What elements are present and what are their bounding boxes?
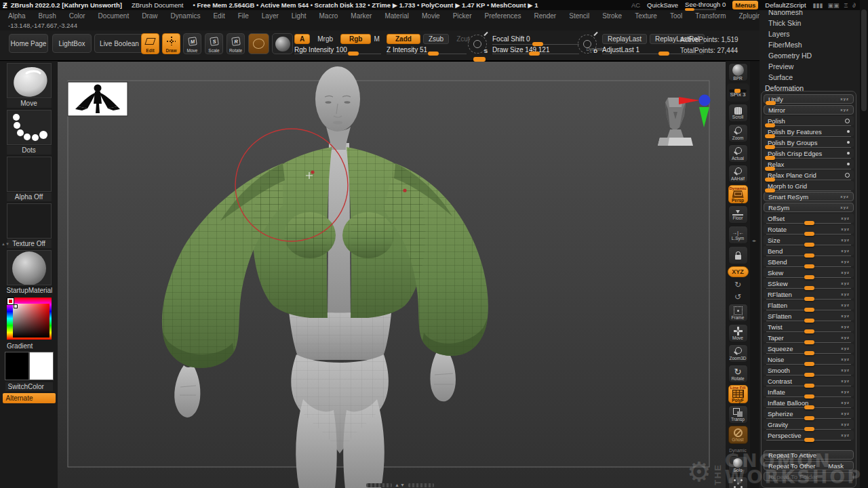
slider-handle[interactable]: [804, 384, 814, 388]
deformation-row[interactable]: Flatten xyz: [764, 300, 854, 310]
draw-size-handle[interactable]: [529, 52, 540, 56]
menu-item[interactable]: Dynamics: [171, 12, 201, 20]
panel-divider[interactable]: ◂▸: [750, 61, 760, 488]
axis-toggle-letters[interactable]: xyz: [841, 249, 850, 253]
scrollbar-thumb[interactable]: [861, 9, 867, 111]
bottom-tray-handle[interactable]: ▲▼: [366, 483, 434, 487]
restore-icon[interactable]: ∂: [852, 2, 855, 9]
axis-toggle-letters[interactable]: xyz: [840, 97, 849, 101]
deformation-row[interactable]: Unify xyz: [764, 94, 854, 104]
rgb-intensity-slider[interactable]: Rgb Intensity 100: [294, 45, 381, 54]
default-zscript-button[interactable]: DefaultZScript: [765, 1, 806, 9]
deformation-row[interactable]: SSkew xyz: [764, 279, 854, 288]
alternate-button[interactable]: Alternate: [3, 393, 56, 403]
deformation-row[interactable]: Relax Plane Grid: [764, 170, 854, 180]
saturation-square[interactable]: [13, 304, 50, 338]
subpalette-item[interactable]: Geometry HD: [760, 50, 860, 61]
axis-toggle-letters[interactable]: xyz: [841, 281, 850, 285]
axis-toggle-letters[interactable]: xyz: [840, 108, 849, 112]
deformation-row[interactable]: Skew xyz: [764, 268, 854, 277]
panels-icon[interactable]: ▣▣: [827, 2, 839, 9]
menu-item[interactable]: Light: [292, 12, 307, 20]
right-shelf-button[interactable]: Dynamic: [728, 446, 748, 454]
axis-toggle-letters[interactable]: xyz: [841, 433, 850, 437]
scale-button[interactable]: S Scale: [205, 33, 223, 54]
slider-handle[interactable]: [804, 264, 814, 268]
slider-handle[interactable]: [804, 340, 814, 344]
axis-toggle-letters[interactable]: xyz: [841, 357, 850, 361]
menu-item[interactable]: Color: [69, 12, 85, 20]
color-picker[interactable]: [7, 298, 52, 340]
deformation-row[interactable]: Polish: [764, 116, 854, 125]
axis-toggle-letters[interactable]: xyz: [841, 292, 850, 296]
axis-toggle-letters[interactable]: xyz: [841, 325, 850, 329]
subpalette-item[interactable]: Preview: [760, 61, 860, 72]
deformation-row[interactable]: Smooth xyz: [764, 365, 854, 375]
axis-toggle-letters[interactable]: xyz: [841, 270, 850, 274]
axis-toggle-letters[interactable]: xyz: [841, 368, 850, 372]
menu-item[interactable]: Render: [534, 12, 556, 20]
axis-toggle-letters[interactable]: xyz: [841, 411, 850, 415]
z-intensity-handle[interactable]: [428, 52, 439, 56]
menu-item[interactable]: Stroke: [602, 12, 622, 20]
slider-handle[interactable]: [804, 362, 814, 366]
current-material-button[interactable]: [272, 33, 293, 54]
right-shelf-button[interactable]: BPR: [728, 63, 748, 81]
replay-last-button[interactable]: ReplayLast: [602, 34, 647, 44]
axis-toggle-letters[interactable]: xyz: [841, 216, 850, 220]
rgb-button[interactable]: Rgb: [340, 34, 371, 44]
axis-toggle-letters[interactable]: xyz: [841, 314, 850, 318]
deformation-row[interactable]: Mirror xyz: [764, 105, 854, 115]
edit-button[interactable]: Edit: [141, 33, 159, 54]
hue-selector[interactable]: [7, 298, 14, 304]
value-selector[interactable]: [14, 304, 18, 308]
axis-toggle-letters[interactable]: xyz: [841, 227, 850, 231]
live-boolean-button[interactable]: Live Boolean: [94, 34, 144, 53]
menu-item[interactable]: Alpha: [8, 12, 26, 20]
mode-toggle-icon[interactable]: [847, 163, 850, 165]
move-button[interactable]: M Move: [183, 33, 201, 54]
rotate-button[interactable]: R Rotate: [226, 33, 245, 54]
axis-toggle-letters[interactable]: xyz: [841, 401, 850, 405]
slider-handle[interactable]: [804, 373, 814, 377]
deformation-row[interactable]: Twist xyz: [764, 322, 854, 331]
m-button[interactable]: M: [374, 35, 379, 43]
focal-shift-slider[interactable]: Focal Shift 0: [492, 33, 579, 45]
mode-toggle-icon[interactable]: [847, 130, 850, 133]
slider-handle[interactable]: [804, 416, 814, 420]
menu-item[interactable]: Material: [384, 12, 409, 20]
right-shelf-button[interactable]: Actual: [728, 144, 748, 163]
deformation-row[interactable]: Offset xyz: [764, 214, 854, 223]
deformation-row[interactable]: Rotate xyz: [764, 224, 854, 234]
right-shelf-button[interactable]: Dynamic Persp: [728, 185, 748, 203]
right-shelf-button[interactable]: SPix 3: [727, 83, 749, 102]
draw-size-slider[interactable]: Draw Size 149.121 Dynamic: [492, 45, 579, 54]
menu-item[interactable]: Preferences: [484, 12, 521, 20]
slider-handle[interactable]: [804, 297, 814, 301]
gradient-label[interactable]: Gradient: [0, 342, 58, 350]
z-intensity-slider[interactable]: Z Intensity 51: [387, 45, 467, 54]
right-shelf-button[interactable]: Rotate: [728, 365, 748, 383]
menu-item[interactable]: Picker: [453, 12, 472, 20]
deformation-row[interactable]: Inflate xyz: [764, 387, 854, 396]
right-shelf-button[interactable]: [728, 279, 748, 289]
mode-toggle-icon[interactable]: [845, 119, 850, 123]
tray-toggle-icon[interactable]: ▮▮▮: [813, 2, 823, 9]
axis-toggle-letters[interactable]: xyz: [841, 260, 850, 264]
material-picker[interactable]: StartupMaterial: [7, 250, 52, 295]
axis-toggle-letters[interactable]: xyz: [841, 379, 850, 383]
menu-item[interactable]: Tool: [670, 12, 682, 20]
deformation-row[interactable]: Inflate Balloon xyz: [764, 398, 854, 407]
stroke-badge-icon[interactable]: S: [468, 35, 487, 54]
right-shelf-button[interactable]: L.Sym: [728, 226, 748, 244]
right-shelf-button[interactable]: Scroll: [728, 104, 748, 122]
deformation-row[interactable]: Spherize xyz: [764, 409, 854, 418]
slider-handle[interactable]: [765, 188, 775, 192]
slider-handle[interactable]: [804, 221, 814, 225]
slider-handle[interactable]: [804, 286, 814, 290]
right-shelf-button[interactable]: Floor: [728, 205, 748, 224]
deformation-row[interactable]: Taper xyz: [764, 333, 854, 342]
alpha-picker[interactable]: Alpha Off: [7, 157, 52, 201]
mrgb-button[interactable]: Mrgb: [313, 35, 338, 43]
deformation-row[interactable]: ReSym xyz: [764, 203, 854, 212]
